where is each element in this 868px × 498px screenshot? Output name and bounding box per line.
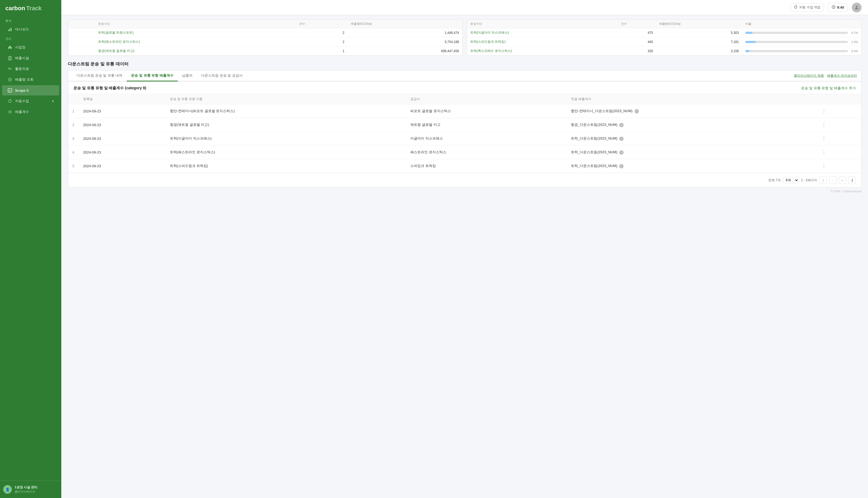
cell-count: 326: [618, 47, 656, 56]
col-date: 등록일: [79, 94, 166, 104]
right-summary-table: 운송수단 건수 배출량(tCO2eq) 비율 트럭(이글아이 익스프레스) 47…: [467, 19, 862, 56]
sidebar-manage-label: 관리: [0, 35, 61, 42]
table-row: 트럭(글로벌 트랜스포트) 2 1,446,474: [68, 28, 462, 37]
cell-supplier: 스피딩크 트럭킹: [406, 159, 567, 173]
more-options-button[interactable]: ⋮: [821, 122, 826, 128]
prev-page-button[interactable]: ‹: [829, 176, 837, 184]
table-row: 2 2024-09-23 항공(제트윙 글로벌 카고) 제트윙 글로벌 카고 항…: [68, 118, 861, 132]
building-icon: [8, 56, 12, 61]
cell-factor: 항만-컨테이너_다운스트림(2023_NUM) i: [567, 104, 817, 118]
last-page-button[interactable]: ⟫: [849, 176, 856, 184]
pagination-bar: 전체 7개 5개 10개 20개 1 - 2페이지 ⟪ ‹ › ⟫: [68, 173, 861, 187]
data-section-card: 다운스트림 운송 및 유통 내역 운송 및 유통 유형 배출계수 납품처 다운스…: [68, 70, 862, 187]
sidebar-item-emission-check[interactable]: 배출량 조회: [2, 75, 59, 85]
sidebar-item-facility[interactable]: 배출시설: [2, 53, 59, 63]
info-icon[interactable]: i: [635, 109, 639, 114]
tab-list[interactable]: 다운스트림 운송 및 유통 내역: [73, 70, 127, 81]
cell-count: 2: [296, 28, 348, 37]
cell-name[interactable]: 트럭(패스트라인 로지스틱스): [95, 37, 296, 47]
cell-name[interactable]: 트럭(퀵스프레드 로지스틱스): [467, 47, 618, 56]
cell-emission: 699,447,456: [348, 47, 462, 56]
sidebar-item-label-auto-collect: 자동수집: [15, 99, 29, 104]
more-options-button[interactable]: ⋮: [821, 108, 826, 114]
cell-num: 5: [68, 159, 79, 173]
per-page-select[interactable]: 5개 10개 20개: [783, 177, 799, 183]
first-page-button[interactable]: ⟪: [819, 176, 827, 184]
cell-name[interactable]: 트럭(스피드링크 트럭킹): [467, 37, 618, 47]
cell-date: 2024-09-23: [79, 145, 166, 159]
table-row: 3 2024-09-23 트럭(이글아이 익스프레스) 이글아이 익스프레스 트…: [68, 132, 861, 145]
add-factor-button[interactable]: 운송 및 유통 유형 및 배출계수 추가: [801, 86, 856, 91]
scope3-icon: 3: [8, 88, 12, 93]
table-row: 트럭(이글아이 익스프레스) 475 5,303 0.7%: [467, 28, 861, 37]
sidebar-item-activity[interactable]: 활동자료: [2, 64, 59, 74]
section-title: 다운스트림 운송 및 유통 데이터: [68, 61, 862, 67]
cell-supplier: 패스트라인 로지스틱스: [406, 145, 567, 159]
sidebar-item-scope3[interactable]: 3 Scope 3: [2, 85, 59, 95]
sidebar-item-dashboard[interactable]: 대시보드: [2, 24, 59, 35]
sidebar-item-auto-collect[interactable]: 자동수집 ▾: [2, 96, 59, 106]
left-summary-table: 운송수단 건수 배출량(tCO2eq) 트럭(글로벌 트랜스포트) 2 1,44…: [68, 19, 462, 56]
top-tables: 운송수단 건수 배출량(tCO2eq) 트럭(글로벌 트랜스포트) 2 1,44…: [68, 15, 862, 59]
svg-rect-7: [10, 59, 11, 60]
clock-icon: [832, 5, 836, 10]
sidebar-item-label-emission-check: 배출량 조회: [15, 77, 34, 82]
data-card-header: 운송 및 유통 유형 및 배출계수 (category 9) 운송 및 유통 유…: [68, 81, 861, 94]
logo-track: Track: [26, 5, 42, 12]
cell-more: ⋮: [817, 132, 861, 145]
cell-dot: [68, 37, 95, 47]
cell-count: 475: [618, 28, 656, 37]
sidebar-item-label-dashboard: 대시보드: [15, 27, 29, 32]
cell-supplier: 제트윙 글로벌 카고: [406, 118, 567, 132]
more-options-button[interactable]: ⋮: [821, 136, 826, 141]
user-name: 1공장 시설 관리: [14, 485, 37, 490]
info-icon[interactable]: i: [619, 150, 623, 155]
cell-num: 1: [68, 104, 79, 118]
svg-rect-5: [10, 58, 11, 58]
cell-more: ⋮: [817, 145, 861, 159]
cell-name[interactable]: 트럭(글로벌 트랜스포트): [95, 28, 296, 37]
table-row: 4 2024-09-23 트럭(패스트라인 로지스틱스) 패스트라인 로지스틱스…: [68, 145, 861, 159]
sidebar-item-emission-factor[interactable]: 배출계수: [2, 107, 59, 117]
data-card-title: 운송 및 유통 유형 및 배출계수 (category 9): [74, 86, 146, 91]
cell-num: 2: [68, 118, 79, 132]
leaf-icon: [8, 77, 12, 82]
more-options-button[interactable]: ⋮: [821, 149, 826, 155]
cell-emission: 3,156: [656, 47, 742, 56]
user-avatar: 👤: [3, 485, 12, 494]
cell-supplier: 씨포트 글로벌 로지스틱스: [406, 104, 567, 118]
tab-actions: 클리어스테이지 제품 배출계수 라이브러리: [794, 74, 857, 78]
cell-count: 440: [618, 37, 656, 47]
cell-emission: 5,754,188: [348, 37, 462, 47]
auto-collect-button[interactable]: 자동 수집 작업: [790, 3, 824, 12]
left-col-header-emission: 배출량(tCO2eq): [348, 19, 462, 28]
tab-supply[interactable]: 다운스트림 운송 및 공급사: [197, 70, 247, 81]
left-col-header-empty: [68, 19, 95, 28]
clearstage-product-link[interactable]: 클리어스테이지 제품: [794, 74, 824, 78]
more-options-button[interactable]: ⋮: [821, 163, 826, 169]
info-icon[interactable]: i: [619, 136, 623, 141]
right-col-header-count: 건수: [618, 19, 656, 28]
logo: carbon Track: [0, 0, 61, 17]
sidebar-item-site[interactable]: 사업장: [2, 42, 59, 52]
emission-library-link[interactable]: 배출계수 라이브러리: [827, 74, 857, 78]
cell-more: ⋮: [817, 159, 861, 173]
next-page-button[interactable]: ›: [839, 176, 846, 184]
cell-pct: 0.4%: [742, 47, 861, 56]
cell-more: ⋮: [817, 104, 861, 118]
svg-rect-2: [11, 28, 12, 31]
gear-icon: [8, 109, 12, 114]
topbar-time-value: 8:40: [837, 5, 844, 10]
main-area: 자동 수집 작업 8:40 운송수단 건수: [61, 0, 868, 498]
chart-bar-icon: [8, 27, 12, 32]
home-icon: [8, 45, 12, 50]
topbar-avatar[interactable]: [852, 3, 862, 12]
tab-emission-type[interactable]: 운송 및 유통 유형 배출계수: [127, 70, 177, 81]
svg-rect-3: [8, 57, 12, 60]
info-icon[interactable]: i: [619, 123, 623, 127]
info-icon[interactable]: i: [619, 164, 623, 168]
tab-supplier[interactable]: 납품처: [178, 70, 197, 81]
cell-name[interactable]: 트럭(이글아이 익스프레스): [467, 28, 618, 37]
cell-emission: 5,303: [656, 28, 742, 37]
cell-name[interactable]: 항공(제트윙 글로벌 카고): [95, 47, 296, 56]
